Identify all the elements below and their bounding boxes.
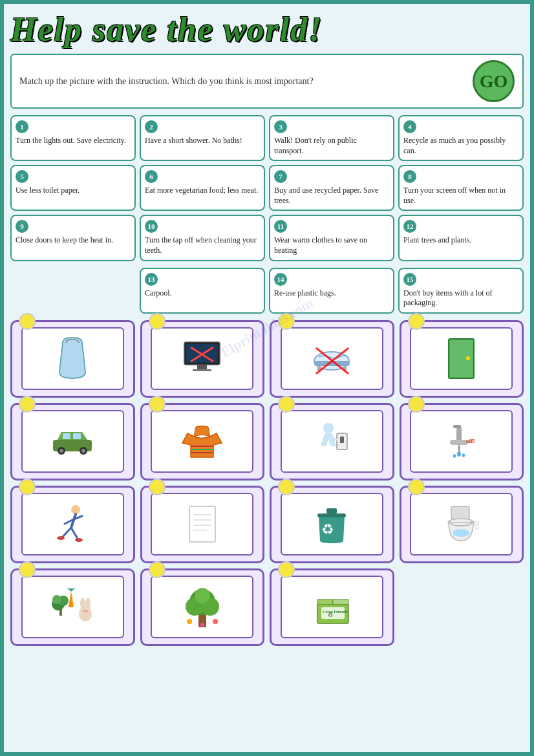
page-title: Help save the world!: [10, 10, 524, 49]
svg-point-42: [57, 536, 65, 540]
picture-inner-12: [410, 493, 513, 556]
instructions-box: Match up the picture with the instructio…: [10, 54, 524, 109]
item-text-11: Wear warm clothes to save on heating: [274, 235, 388, 255]
svg-rect-52: [451, 506, 469, 519]
item-number-8: 8: [403, 170, 416, 183]
items-grid: 1 Turn the lights out. Save electricity.…: [10, 115, 524, 261]
svg-rect-17: [73, 433, 81, 439]
item-card-1: 1 Turn the lights out. Save electricity.: [10, 115, 136, 161]
picture-card-9[interactable]: [10, 486, 135, 563]
svg-line-38: [63, 528, 71, 537]
picture-card-15[interactable]: Green Friendly ♻: [270, 568, 394, 646]
svg-rect-30: [458, 445, 460, 451]
item-number-11: 11: [274, 220, 287, 233]
svg-point-21: [81, 449, 85, 453]
picture-inner-6: [151, 410, 253, 473]
svg-rect-44: [189, 506, 215, 542]
svg-text:Green Friendly: Green Friendly: [323, 610, 348, 614]
picture-card-10[interactable]: [140, 486, 265, 563]
item-number-10: 10: [145, 220, 158, 233]
picture-card-12[interactable]: [400, 486, 524, 563]
svg-point-43: [75, 538, 83, 542]
picture-card-8[interactable]: off!: [400, 403, 524, 481]
item-number-14: 14: [274, 273, 287, 286]
svg-rect-27: [340, 437, 344, 443]
svg-point-76: [200, 623, 204, 627]
picture-inner-7: [281, 410, 383, 473]
monitor-icon: [181, 341, 223, 376]
picture-card-13[interactable]: [10, 568, 135, 646]
item-number-9: 9: [16, 220, 28, 233]
paper-icon: [184, 503, 220, 545]
item-text-6: Eat more vegetarian food; less meat.: [145, 186, 259, 196]
item-text-10: Turn the tap off when cleaning your teet…: [145, 235, 259, 255]
svg-point-73: [195, 588, 210, 603]
item-card-4: 4 Recycle as much as you possibly can.: [398, 115, 524, 161]
tree-icon: [183, 586, 222, 628]
svg-rect-49: [317, 513, 346, 517]
svg-rect-35: [453, 425, 461, 428]
go-button[interactable]: GO: [473, 60, 515, 102]
vegetables-icon: [52, 588, 94, 627]
item-card-6: 6 Eat more vegetarian food; less meat.: [140, 165, 265, 211]
picture-card-5[interactable]: [10, 403, 135, 481]
picture-inner-4: [410, 327, 513, 390]
svg-point-54: [453, 529, 469, 537]
svg-rect-2: [197, 365, 207, 370]
picture-inner-9: [21, 493, 124, 556]
picture-inner-10: [151, 493, 253, 556]
svg-line-39: [71, 528, 78, 539]
picture-inner-1: [21, 327, 124, 390]
pictures-section: off!: [10, 320, 524, 646]
item-text-8: Turn your screen off when not in use.: [403, 186, 517, 206]
bag-icon: [53, 336, 92, 382]
picture-inner-5: [21, 410, 124, 473]
svg-point-19: [59, 449, 63, 453]
picture-inner-8: off!: [410, 410, 513, 473]
picture-card-1[interactable]: [10, 320, 135, 398]
item-card-15: 15 Don't buy items with a lot of packagi…: [398, 268, 524, 314]
svg-text:♻: ♻: [321, 521, 334, 537]
item-card-3: 3 Walk! Don't rely on public transport.: [269, 115, 394, 161]
picture-card-2[interactable]: [140, 320, 265, 398]
item-number-6: 6: [145, 170, 158, 183]
picture-card-3[interactable]: [270, 320, 394, 398]
svg-rect-50: [326, 508, 337, 513]
picture-card-4[interactable]: [400, 320, 524, 398]
bathtub-icon: [311, 343, 353, 375]
instructions-text: Match up the picture with the instructio…: [19, 76, 314, 87]
picture-card-6[interactable]: [140, 403, 265, 481]
item-card-9: 9 Close doors to keep the heat in.: [10, 215, 136, 261]
page-wrapper: Help save the world! Match up the pictur…: [10, 10, 524, 646]
svg-point-68: [85, 610, 88, 612]
running-icon: [53, 503, 92, 545]
item-number-7: 7: [274, 170, 287, 183]
svg-point-31: [457, 451, 461, 457]
item-card-11: 11 Wear warm clothes to save on heating: [269, 215, 394, 261]
svg-point-62: [52, 595, 61, 604]
picture-card-14[interactable]: [140, 568, 265, 646]
svg-rect-16: [63, 433, 70, 439]
svg-text:♻: ♻: [328, 612, 333, 618]
svg-point-32: [453, 454, 456, 458]
toilet-icon: [443, 503, 479, 545]
svg-point-67: [83, 610, 85, 612]
item-card-14: 14 Re-use plastic bags.: [269, 268, 394, 314]
svg-point-66: [85, 598, 91, 609]
sweater-icon: [181, 424, 223, 459]
picture-card-11[interactable]: ♻: [270, 486, 394, 563]
svg-point-14: [466, 356, 470, 360]
item-text-5: Use less toilet paper.: [16, 186, 129, 196]
picture-card-7[interactable]: [270, 403, 394, 481]
item-number-13: 13: [145, 273, 158, 286]
car-icon: [50, 427, 95, 456]
svg-rect-3: [193, 369, 211, 371]
svg-point-74: [187, 619, 192, 624]
picture-inner-13: [21, 576, 124, 638]
item-number-5: 5: [16, 170, 28, 183]
svg-text:off!: off!: [466, 438, 475, 444]
svg-point-65: [80, 598, 85, 609]
item-card-5: 5 Use less toilet paper.: [10, 165, 136, 211]
item-text-1: Turn the lights out. Save electricity.: [16, 136, 129, 146]
item-number-15: 15: [403, 273, 416, 286]
